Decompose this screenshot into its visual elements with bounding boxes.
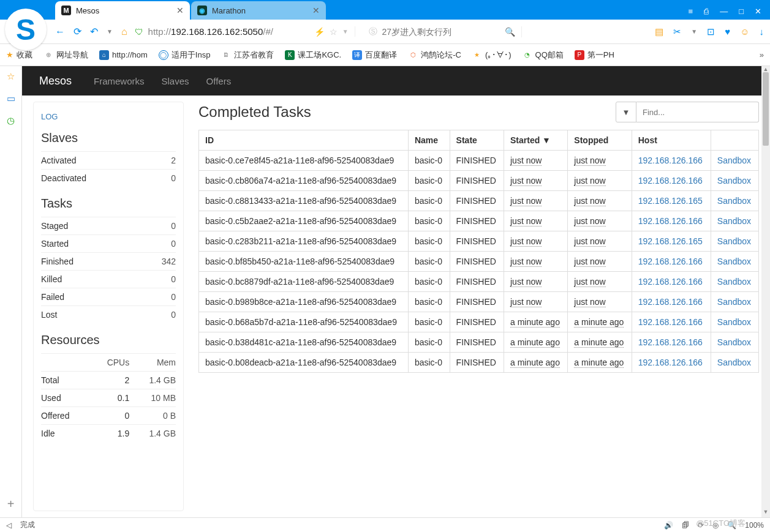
shield-check-icon[interactable]: ♥ (725, 26, 730, 37)
star-icon: ★ (6, 50, 13, 59)
home-icon[interactable]: ⌂ (121, 26, 127, 37)
overflow-icon[interactable]: » (760, 50, 764, 59)
search-input[interactable] (382, 27, 493, 37)
shield-icon: 🛡 (135, 27, 143, 37)
qq-icon: ◔ (523, 50, 532, 60)
back-icon[interactable]: ← (55, 26, 65, 37)
minimize-icon[interactable]: — (720, 7, 728, 16)
search-engine-icon[interactable]: Ⓢ (369, 26, 377, 37)
chevron-down-icon[interactable]: ▼ (691, 28, 697, 35)
bookmark-item[interactable]: ◔QQ邮箱 (523, 50, 564, 61)
bookmark-item[interactable]: ◯适用于Insp (159, 50, 211, 61)
bookmark-item[interactable]: ⬡鸿鹄论坛-C (408, 50, 461, 61)
tab-label: Mesos (76, 6, 99, 15)
p-icon: P (575, 50, 584, 60)
download-icon[interactable]: ↓ (760, 26, 764, 37)
tab-marathon[interactable]: ◉ Marathon ✕ (191, 1, 326, 20)
face-icon[interactable]: ☺ (740, 26, 749, 37)
close-window-icon[interactable]: ✕ (755, 7, 761, 16)
url-text: http://192.168.126.162:5050/#/ (148, 26, 273, 37)
globe-icon: ⊕ (43, 50, 53, 60)
mesos-favicon: M (61, 6, 71, 15)
marathon-favicon: ◉ (197, 6, 207, 15)
tab-label: Marathon (212, 6, 246, 15)
kgc-icon: K (285, 50, 295, 60)
page-icon: 🗎 (221, 50, 231, 60)
close-icon[interactable]: ✕ (176, 6, 184, 15)
scissors-icon[interactable]: ✂ (673, 26, 681, 37)
menu-icon[interactable]: ≡ (689, 7, 693, 16)
undo-icon[interactable]: ↶ (90, 26, 98, 37)
search-bar[interactable]: Ⓢ 🔍 (363, 26, 522, 37)
browser-logo-icon: S (5, 9, 47, 50)
bookmark-item[interactable]: 译百度翻译 (352, 50, 397, 61)
bookmarks-bar: ★收藏 ⊕网址导航 ⌂http://hom ◯适用于Insp 🗎江苏省教育 K课… (0, 44, 770, 66)
browser-titlebar: S M Mesos ✕ ◉ Marathon ✕ ≡ ⎙ — □ ✕ (0, 0, 770, 20)
url-bar[interactable]: 🛡 http://192.168.126.162:5050/#/ ⚡ ☆ ▼ (135, 26, 355, 37)
scan-icon[interactable]: ⊡ (707, 26, 715, 37)
dell-icon: ◯ (159, 50, 168, 60)
window-controls: ≡ ⎙ — □ ✕ (680, 7, 770, 20)
search-icon[interactable]: 🔍 (505, 27, 515, 37)
bookmark-item[interactable]: ★(｡･∀･) (472, 50, 511, 60)
forum-icon: ⬡ (408, 50, 418, 60)
bookmark-item[interactable]: 🗎江苏省教育 (221, 50, 274, 61)
bookmark-item[interactable]: P第一PH (575, 50, 614, 61)
chevron-down-icon[interactable]: ▼ (107, 28, 113, 35)
bookmark-item[interactable]: ⌂http://hom (99, 50, 148, 60)
tab-mesos[interactable]: M Mesos ✕ (55, 1, 190, 20)
bookmark-fav[interactable]: ★收藏 (6, 50, 32, 61)
star-icon: ★ (472, 50, 482, 60)
sidebar-icon[interactable]: ▤ (655, 26, 663, 37)
nav-icons: ← ⟳ ↶ ▼ ⌂ (55, 26, 127, 37)
star-icon[interactable]: ☆ (330, 27, 338, 37)
bookmark-item[interactable]: K课工场KGC. (285, 50, 341, 61)
toolbar-extras: ▤ ✂ ▼ ⊡ ♥ ☺ ↓ (655, 26, 764, 37)
baidu-icon: 译 (352, 50, 362, 60)
chevron-down-icon[interactable]: ▼ (342, 28, 349, 35)
tshirt-icon[interactable]: ⎙ (704, 7, 709, 16)
bookmark-item[interactable]: ⊕网址导航 (43, 50, 88, 61)
browser-toolbar: ← ⟳ ↶ ▼ ⌂ 🛡 http://192.168.126.162:5050/… (0, 20, 770, 44)
flash-icon[interactable]: ⚡ (314, 27, 325, 37)
close-icon[interactable]: ✕ (312, 6, 320, 15)
reload-icon[interactable]: ⟳ (74, 26, 81, 37)
home-icon: ⌂ (99, 50, 109, 60)
maximize-icon[interactable]: □ (739, 7, 744, 16)
